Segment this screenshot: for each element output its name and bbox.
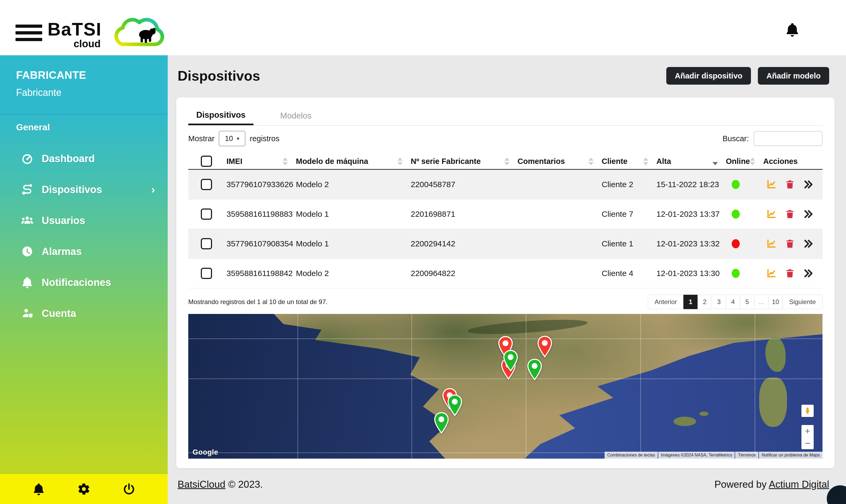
chart-icon[interactable] — [765, 268, 778, 279]
sort-icon — [398, 158, 403, 165]
row-checkbox[interactable] — [201, 238, 212, 249]
map-marker-red[interactable] — [537, 335, 553, 358]
pagination-item: ... — [754, 295, 769, 309]
expand-row-icon[interactable] — [802, 268, 814, 279]
map-zoom-control: + − — [801, 425, 814, 449]
map-attribution-link[interactable]: Imágenes ©2024 NASA, TerraMetrics — [658, 452, 735, 458]
pagination-item[interactable]: Anterior — [648, 295, 684, 309]
column-online[interactable]: Online — [724, 157, 761, 166]
expand-row-icon[interactable] — [802, 179, 814, 190]
pagination-item[interactable]: 10 — [768, 295, 783, 309]
select-all-checkbox[interactable] — [201, 156, 212, 167]
gear-icon[interactable] — [77, 482, 90, 496]
pegman-button[interactable] — [801, 405, 814, 417]
map-marker-green[interactable] — [503, 349, 518, 372]
copyright-text: © 2023. — [225, 479, 263, 490]
tab-modelos[interactable]: Modelos — [272, 107, 319, 125]
sidebar-item-dispositivos[interactable]: Dispositivos › — [0, 174, 168, 205]
show-label: Mostrar — [188, 134, 214, 143]
table-row: 357796107908354Modelo 12200294142Cliente… — [188, 229, 823, 259]
table-row: 359588161198842Modelo 22200964822Cliente… — [188, 259, 823, 288]
row-checkbox[interactable] — [201, 268, 212, 279]
row-checkbox[interactable] — [201, 179, 212, 190]
island — [699, 412, 708, 416]
column-serie[interactable]: Nº serie Fabricante — [409, 157, 515, 166]
chart-icon[interactable] — [765, 179, 778, 190]
brand-name: BaTSI — [48, 20, 102, 38]
notifications-bell-icon[interactable] — [785, 21, 800, 38]
cell-cliente: Cliente 4 — [600, 269, 654, 278]
cell-alta: 12-01-2023 13:30 — [654, 269, 724, 278]
cell-alta: 12-01-2023 13:32 — [654, 239, 724, 248]
cell-imei: 357796107933626 — [224, 180, 294, 189]
row-checkbox[interactable] — [201, 209, 212, 220]
sort-icon — [588, 158, 594, 165]
sidebar: FABRICANTE Fabricante General Dashboard … — [0, 55, 168, 504]
add-device-button[interactable]: Añadir dispositivo — [666, 67, 751, 85]
pagination-item[interactable]: 2 — [698, 295, 712, 309]
expand-row-icon[interactable] — [802, 238, 814, 250]
menu-toggle-icon[interactable] — [16, 24, 42, 44]
pagination-item[interactable]: 4 — [726, 295, 740, 309]
sidebar-item-alarmas[interactable]: Alarmas — [0, 236, 168, 267]
map-marker-green[interactable] — [527, 358, 543, 381]
online-status-dot — [732, 239, 740, 248]
chart-icon[interactable] — [765, 238, 778, 249]
column-cliente[interactable]: Cliente — [600, 157, 654, 166]
pagination-item[interactable]: Siguiente — [782, 295, 823, 309]
row-actions — [761, 208, 823, 220]
trash-icon[interactable] — [785, 268, 795, 279]
map-attribution-link[interactable]: Notificar un problema de Maps — [759, 452, 823, 458]
row-actions — [761, 268, 823, 279]
notifications-bell-icon — [21, 276, 34, 289]
main-content: Dispositivos Añadir dispositivo Añadir m… — [168, 55, 846, 504]
sidebar-item-usuarios[interactable]: Usuarios — [0, 205, 168, 236]
google-logo: Google — [193, 448, 218, 456]
table-row: 357796107933626Modelo 22200458787Cliente… — [188, 170, 823, 199]
sidebar-role-block: FABRICANTE Fabricante — [0, 55, 168, 114]
pagination-item[interactable]: 3 — [712, 295, 726, 309]
bell-icon[interactable] — [32, 482, 46, 496]
column-comentarios[interactable]: Comentarios — [515, 157, 600, 166]
devices-map[interactable]: Google Combinaciones de teclasImágenes ©… — [188, 314, 823, 458]
sidebar-item-dashboard[interactable]: Dashboard — [0, 143, 168, 174]
zoom-in-button[interactable]: + — [801, 425, 814, 437]
brand-logo[interactable]: BaTSI cloud — [48, 8, 168, 51]
cell-serie: 2200458787 — [409, 180, 515, 189]
search-input[interactable] — [754, 131, 823, 146]
column-alta[interactable]: Alta — [654, 157, 724, 166]
trash-icon[interactable] — [785, 208, 795, 220]
sidebar-item-notificaciones[interactable]: Notificaciones — [0, 267, 168, 298]
pagination-item[interactable]: 1 — [683, 295, 698, 309]
batsicloud-link[interactable]: BatsiCloud — [178, 479, 225, 490]
devices-route-icon — [21, 183, 34, 196]
sort-desc-icon — [712, 158, 718, 165]
pegman-icon — [804, 407, 811, 415]
table-body: 357796107933626Modelo 22200458787Cliente… — [188, 170, 823, 288]
map-attribution-link[interactable]: Combinaciones de teclas — [604, 452, 658, 458]
account-shield-icon — [21, 307, 34, 320]
island — [673, 417, 697, 426]
column-modelo[interactable]: Modelo de máquina — [294, 157, 409, 166]
power-icon[interactable] — [122, 482, 136, 496]
actium-digital-link[interactable]: Actium Digital — [769, 479, 829, 490]
page-size-select[interactable]: 10 ▾ — [219, 131, 245, 146]
chart-icon[interactable] — [765, 209, 778, 220]
sort-icon — [643, 158, 648, 165]
map-marker-green[interactable] — [434, 412, 450, 434]
map-attribution-link[interactable]: Términos — [735, 452, 758, 458]
alarms-clock-icon — [21, 245, 34, 258]
chevron-right-icon: › — [152, 184, 155, 196]
column-acciones: Acciones — [761, 157, 823, 166]
column-imei[interactable]: IMEI — [224, 157, 294, 166]
expand-row-icon[interactable] — [802, 208, 814, 220]
sidebar-section-label: General — [16, 122, 168, 132]
pagination-item[interactable]: 5 — [740, 295, 754, 309]
sidebar-item-cuenta[interactable]: Cuenta — [0, 298, 168, 329]
trash-icon[interactable] — [785, 238, 795, 250]
add-model-button[interactable]: Añadir modelo — [758, 67, 829, 85]
trash-icon[interactable] — [785, 179, 795, 190]
tab-dispositivos[interactable]: Dispositivos — [188, 107, 253, 125]
online-status-dot — [732, 180, 740, 189]
zoom-out-button[interactable]: − — [801, 437, 814, 449]
